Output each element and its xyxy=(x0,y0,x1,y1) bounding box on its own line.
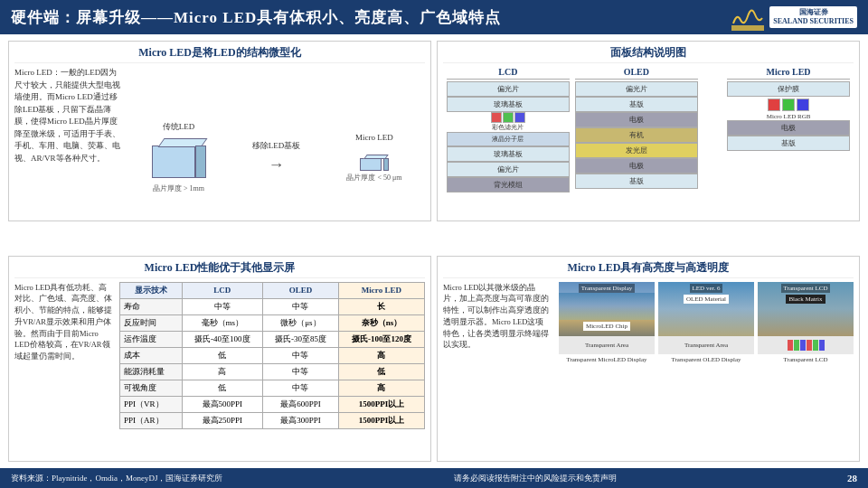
col-lcd: LCD xyxy=(182,282,262,298)
oled-col-title: OLED xyxy=(575,67,698,80)
oled-layer-2: 基版 xyxy=(575,97,698,112)
cell-temp-micro: 摄氏-100至120度 xyxy=(338,331,424,347)
oled-layer-6: 电极 xyxy=(575,158,698,174)
oled-layer-3: 电极 xyxy=(575,112,698,127)
lcd-display-title: Transparent LCD xyxy=(758,356,854,363)
svg-rect-1 xyxy=(731,25,764,31)
company-logo: 国海证券 SEALAND SECURITIES xyxy=(731,4,857,31)
strip-blue2 xyxy=(819,340,825,351)
cell-ppivr-oled: 最高600PPI xyxy=(263,396,339,412)
lcd-display-img: Transparent LCD Black Matrix xyxy=(758,282,854,363)
oled-layer-1: 偏光片 xyxy=(575,81,698,97)
cell-ppivr-label: PPI（VR） xyxy=(120,396,183,412)
cell-angle-label: 可视角度 xyxy=(120,380,183,396)
page-header: 硬件端：屏幕升级——Micro LED具有体积小、亮度高、广色域特点 国海证券 … xyxy=(0,0,868,34)
strip-green2 xyxy=(813,340,818,351)
section4-description: Micro LED以其微米级的晶片，加上高亮度与高可靠度的特性，可以制作出高穿透… xyxy=(443,282,552,363)
page-footer: 资料来源：Playnitride，Omdia，MoneyDJ，国海证券研究所 请… xyxy=(0,468,868,488)
company-name: 国海证券 SEALAND SECURITIES xyxy=(769,6,857,29)
cell-response-oled: 微秒（μs） xyxy=(263,314,339,331)
table-row: PPI（VR） 最高500PPI 最高600PPI 1500PPI以上 xyxy=(120,396,425,412)
cell-angle-micro: 高 xyxy=(338,380,424,396)
section-led-structure: Micro LED是将LED的结构微型化 Micro LED：一般的LED因为尺… xyxy=(8,41,431,221)
oled-layer-4: 有机 xyxy=(575,127,698,143)
lcd-bottom-bar xyxy=(758,336,854,354)
table-row: PPI（AR） 最高250PPI 最高300PPI 1500PPI以上 xyxy=(120,412,425,428)
remove-label-container: 移除LED基板 → xyxy=(252,140,301,174)
cell-ppiar-label: PPI（AR） xyxy=(120,412,183,428)
color-filter-strip xyxy=(788,340,825,351)
cell-power-lcd: 高 xyxy=(182,363,262,380)
section2-title: 面板结构说明图 xyxy=(443,45,854,63)
micro-col-title: Micro LED xyxy=(727,67,850,80)
performance-table: 显示技术 LCD OLED Micro LED 寿命 中等 中等 长 反应时间 xyxy=(119,282,425,429)
footer-source: 资料来源：Playnitride，Omdia，MoneyDJ，国海证券研究所 xyxy=(11,473,223,484)
cell-cost-oled: 中等 xyxy=(263,347,339,363)
cell-power-micro: 低 xyxy=(338,363,424,380)
cell-ppiar-micro: 1500PPI以上 xyxy=(338,412,424,428)
led-diagram: 传统LED 晶片厚度 > 1mm 移除LED基板 → xyxy=(128,67,425,239)
micro-layer-electrode: 电极 xyxy=(727,120,850,136)
micro-led-display-img: Transparent Display MicroLED Chip Transp… xyxy=(559,282,655,363)
traditional-led-cube xyxy=(152,136,206,182)
cell-temp-label: 运作温度 xyxy=(120,331,183,347)
lcd-layer-2: 玻璃基板 xyxy=(447,97,570,112)
table-row: 运作温度 摄氏-40至100度 摄氏-30至85度 摄氏-100至120度 xyxy=(120,331,425,347)
strip-red xyxy=(788,340,793,351)
cell-cost-micro: 高 xyxy=(338,347,424,363)
table-row: 寿命 中等 中等 长 xyxy=(120,298,425,314)
micro-chip-label: MicroLED Chip xyxy=(583,322,630,331)
col-micro: Micro LED xyxy=(338,282,424,298)
micro-side xyxy=(383,158,389,171)
table-row: 能源消耗量 高 中等 低 xyxy=(120,363,425,380)
cell-ppivr-lcd: 最高500PPI xyxy=(182,396,262,412)
cell-temp-lcd: 摄氏-40至100度 xyxy=(182,331,262,347)
lcd-display-bg: Transparent LCD Black Matrix xyxy=(758,282,854,336)
col-oled: OLED xyxy=(263,282,339,298)
micro-rgb-red xyxy=(768,99,780,111)
cf-red xyxy=(491,112,502,123)
thickness2-label: 晶片厚度 < 50 μm xyxy=(346,173,401,183)
thickness1-label: 晶片厚度 > 1mm xyxy=(153,183,204,193)
micro-rgb-green xyxy=(782,99,795,111)
cell-response-lcd: 毫秒（ms） xyxy=(182,314,262,331)
main-content: Micro LED是将LED的结构微型化 Micro LED：一般的LED因为尺… xyxy=(0,34,868,468)
cell-ppivr-micro: 1500PPI以上 xyxy=(338,396,424,412)
transparent-area-oled-label: Transparent Area xyxy=(684,342,728,349)
table-row: 成本 低 中等 高 xyxy=(120,347,425,363)
footer-disclaimer: 请务必阅读报告附注中的风险提示和免责声明 xyxy=(454,473,617,484)
cell-response-label: 反应时间 xyxy=(120,314,183,331)
section-panel-structure: 面板结构说明图 LCD 偏光片 玻璃基板 彩色滤光片 液晶分子层 玻璃基板 偏光… xyxy=(437,41,860,221)
oled-display-img: LED ver. 6 OLED Material Transparent Are… xyxy=(658,282,754,363)
section4-content: Micro LED以其微米级的晶片，加上高亮度与高可靠度的特性，可以制作出高穿透… xyxy=(443,282,854,363)
micro-led-column: Micro LED 保护膜 Micro LED RGB 电极 基版 xyxy=(727,67,850,213)
lcd-layer-1: 偏光片 xyxy=(447,81,570,97)
cube-side xyxy=(195,145,206,178)
lcd-matrix-label: Black Matrix xyxy=(786,295,825,304)
logo-wave-icon xyxy=(731,4,764,31)
micro-led-label: Micro LED xyxy=(355,133,393,142)
lcd-layer-5: 玻璃基板 xyxy=(447,146,570,162)
micro-display-title: Transparent MicroLED Display xyxy=(559,356,655,363)
section3-content: Micro LED具有低功耗、高对比、广色域、高亮度、体积小、节能的特点，能够提… xyxy=(14,282,425,429)
transparent-area-label: Transparent Area xyxy=(585,342,628,349)
cell-temp-oled: 摄氏-30至85度 xyxy=(263,331,339,347)
section1-title: Micro LED是将LED的结构微型化 xyxy=(14,45,425,63)
oled-layer-7: 基版 xyxy=(575,174,698,189)
section3-description: Micro LED具有低功耗、高对比、广色域、高亮度、体积小、节能的特点，能够提… xyxy=(14,282,114,429)
oled-display-title: Transparent OLED Display xyxy=(658,356,754,363)
page-number: 28 xyxy=(847,473,857,483)
page-title: 硬件端：屏幕升级——Micro LED具有体积小、亮度高、广色域特点 xyxy=(11,7,501,28)
cf-green xyxy=(503,112,514,123)
section4-title: Micro LED具有高亮度与高透明度 xyxy=(443,260,854,278)
cell-ppiar-lcd: 最高250PPI xyxy=(182,412,262,428)
lcd-col-title: LCD xyxy=(447,67,570,80)
cell-angle-lcd: 低 xyxy=(182,380,262,396)
lcd-layer-7: 背光模组 xyxy=(447,177,570,192)
micro-front xyxy=(360,158,382,171)
lcd-layer-4: 液晶分子层 xyxy=(447,132,570,146)
table-row: 可视角度 低 中等 高 xyxy=(120,380,425,396)
cf-blue xyxy=(514,112,525,123)
col-tech: 显示技术 xyxy=(120,282,183,298)
oled-column: OLED 偏光片 基版 电极 有机 发光层 电极 基版 xyxy=(575,67,698,213)
